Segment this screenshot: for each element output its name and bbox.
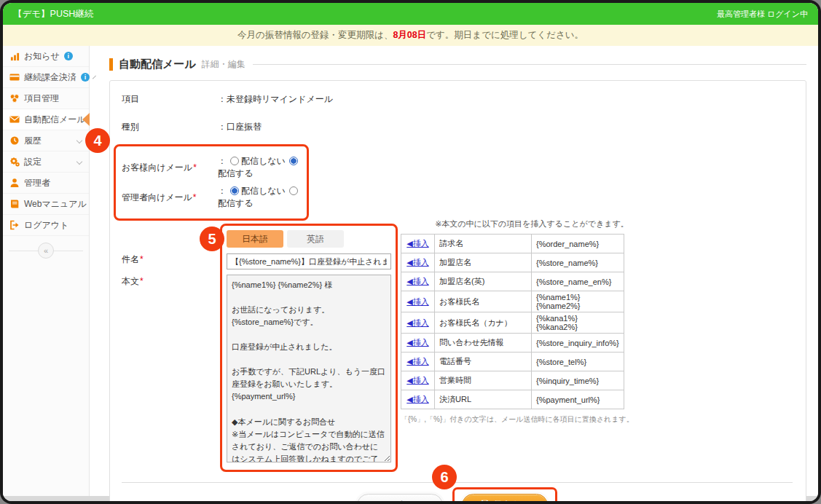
insert-link[interactable]: ◀挿入 [406, 239, 428, 248]
back-arrow-icon [385, 500, 393, 502]
info-icon: i [64, 52, 73, 60]
sidebar-item-label: お知らせ [24, 50, 60, 63]
annotation-circle-6: 6 [432, 465, 457, 489]
field-label: 種別 [122, 121, 218, 133]
variable-label: 電話番号 [435, 353, 532, 371]
radio-customer-on-label[interactable]: 配信する [218, 168, 254, 178]
field-label: お客様向けメール* [122, 162, 218, 174]
radio-customer-off[interactable] [230, 157, 239, 165]
save-button[interactable]: 保存する [462, 494, 548, 501]
sidebar-item-news[interactable]: お知らせ i [3, 46, 89, 67]
field-value: ：未登録時リマインドメール [218, 93, 333, 106]
mail-edit-section: 件名* 本文* 5 日本語 英語 {%name1%} {%name2%} 様 お… [122, 224, 793, 472]
bar-chart-icon [9, 51, 20, 61]
sidebar-item-label: Webマニュアル [24, 198, 87, 210]
table-row: ◀挿入 加盟店名(英) {%store_name_en%} [401, 272, 624, 291]
insert-link[interactable]: ◀挿入 [406, 376, 428, 385]
annotation-box-4: 4 お客様向けメール* ：配信しない配信する 管理者向けメール* ：配信しない配… [114, 144, 309, 221]
radio-admin-off[interactable] [230, 186, 239, 195]
field-label: 項目 [122, 93, 218, 106]
table-row: ◀挿入 問い合わせ先情報 {%store_inquiry_info%} [401, 334, 624, 353]
radio-admin-off-label[interactable]: 配信しない [241, 186, 286, 196]
insert-link[interactable]: ◀挿入 [406, 338, 428, 347]
table-row: ◀挿入 電話番号 {%store_tel%} [401, 353, 624, 371]
notice-deadline: 8月08日 [393, 29, 426, 42]
body-textarea[interactable]: {%name1%} {%name2%} 様 お世話になっております。 {%sto… [227, 275, 391, 462]
variable-code: {%store_inquiry_info%} [532, 334, 624, 353]
variable-label: 決済URL [435, 390, 532, 409]
variable-code: {%store_name%} [532, 253, 624, 272]
chevron-down-icon [76, 159, 82, 165]
variable-label: お客様氏名（カナ） [435, 312, 532, 334]
sidebar-item-web-manual[interactable]: Webマニュアル [3, 194, 89, 215]
variable-code: {%store_tel%} [532, 353, 624, 371]
sidebar-item-label: ログアウト [24, 219, 68, 232]
variable-label: 請求名 [435, 235, 532, 253]
field-label: 管理者向けメール* [122, 192, 218, 204]
coins-icon [9, 93, 20, 103]
action-buttons-row: 戻る 6 保存する [122, 483, 793, 501]
variable-label: 問い合わせ先情報 [435, 334, 532, 353]
sidebar-item-label: 管理者 [24, 177, 50, 189]
insert-link[interactable]: ◀挿入 [406, 258, 428, 267]
variable-code: {%name1%} {%name2%} [532, 291, 624, 312]
field-row-admin-mail: 管理者向けメール* ：配信しない配信する [122, 185, 301, 210]
insert-link[interactable]: ◀挿入 [406, 318, 428, 327]
sidebar-item-history[interactable]: 履歴 [3, 130, 89, 151]
required-mark: * [193, 162, 197, 173]
subject-input[interactable] [227, 253, 391, 269]
sidebar-item-settings[interactable]: 設定 [3, 151, 89, 173]
field-row-type: 種別 ：口座振替 [122, 121, 793, 133]
insert-footnote: 「{%」,「%}」付きの文字は、メール送信時に各項目に置換されます。 [401, 414, 634, 425]
sidebar-collapse-row: « [3, 242, 89, 259]
table-row: ◀挿入 お客様氏名（カナ） {%kana1%} {%kana2%} [401, 312, 624, 334]
annotation-box-6: 6 保存する [452, 487, 557, 501]
sidebar-item-logout[interactable]: ログアウト [3, 215, 89, 236]
language-tabs: 日本語 英語 [227, 230, 391, 248]
window-frame: 【デモ】PUSH継続 最高管理者様 ログイン中 今月の振替情報の登録・変更期限は… [0, 0, 821, 504]
table-row: ◀挿入 加盟店名 {%store_name%} [401, 253, 624, 272]
sidebar-item-label: 設定 [24, 156, 42, 168]
save-button-label: 保存する [493, 499, 529, 501]
sidebar-item-billing[interactable]: 継続課金決済 i [3, 67, 89, 88]
tab-english[interactable]: 英語 [287, 230, 344, 248]
field-row-customer-mail: お客様向けメール* ：配信しない配信する [122, 155, 301, 180]
required-mark: * [140, 254, 144, 264]
insert-link[interactable]: ◀挿入 [406, 277, 428, 286]
back-button[interactable]: 戻る [357, 494, 443, 501]
sidebar-item-item-management[interactable]: 項目管理 [3, 88, 89, 109]
sidebar-item-label: 履歴 [24, 135, 42, 147]
insert-link[interactable]: ◀挿入 [406, 357, 428, 366]
radio-admin-on[interactable] [289, 186, 298, 195]
subject-label: 件名* [122, 253, 220, 266]
insert-link[interactable]: ◀挿入 [406, 297, 428, 306]
info-icon: i [81, 73, 90, 82]
page-title: 自動配信メール [119, 58, 196, 71]
variable-code: {%order_name%} [532, 235, 624, 253]
radio-customer-off-label[interactable]: 配信しない [241, 156, 286, 166]
radio-customer-on[interactable] [289, 157, 298, 165]
table-row: ◀挿入 営業時間 {%inquiry_time%} [401, 371, 624, 390]
sidebar-item-admin[interactable]: 管理者 [3, 173, 89, 194]
required-mark: * [193, 192, 197, 202]
sidebar-item-auto-mail[interactable]: 自動配信メール [3, 109, 89, 130]
logout-icon [9, 220, 20, 230]
page-subtitle: 詳細・編集 [202, 58, 245, 71]
field-value: ：口座振替 [218, 121, 262, 133]
insert-note: ※本文の中に以下の項目を挿入することができます。 [401, 218, 634, 229]
radio-admin-on-label[interactable]: 配信する [218, 198, 254, 208]
variable-code: {%kana1%} {%kana2%} [532, 312, 624, 334]
floppy-disk-icon [481, 500, 490, 501]
annotation-circle-5: 5 [200, 227, 224, 251]
sidebar: お知らせ i 継続課金決済 i 項目管理 自動配信メール 履歴 [3, 46, 90, 496]
field-row-item: 項目 ：未登録時リマインドメール [122, 93, 793, 106]
deadline-notice: 今月の振替情報の登録・変更期限は、8月08日です。期日までに処理してください。 [3, 25, 818, 46]
history-icon [9, 135, 20, 146]
sidebar-item-label: 継続課金決済 [24, 71, 76, 84]
insert-link[interactable]: ◀挿入 [406, 395, 428, 403]
tab-japanese[interactable]: 日本語 [227, 230, 283, 248]
insert-variables-panel: ※本文の中に以下の項目を挿入することができます。 ◀挿入 請求名 {%order… [401, 218, 634, 425]
table-row: ◀挿入 決済URL {%payment_url%} [401, 390, 624, 409]
back-button-label: 戻る [397, 499, 415, 501]
sidebar-collapse-button[interactable]: « [38, 243, 54, 259]
